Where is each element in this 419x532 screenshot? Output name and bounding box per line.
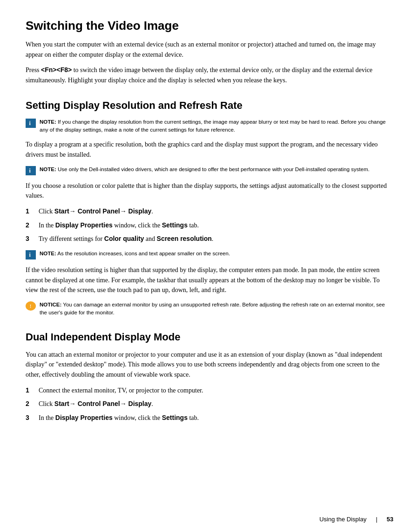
list-item: 3 In the Display Properties window, clic… xyxy=(26,413,393,423)
info-icon-2: i xyxy=(27,167,34,174)
heading-setting-display: Setting Display Resolution and Refresh R… xyxy=(26,100,393,112)
note-content-3: As the resolution increases, icons and t… xyxy=(57,251,230,256)
dual-step-num-1: 1 xyxy=(26,386,39,396)
page-content: Switching the Video Image When you start… xyxy=(26,19,393,423)
fn-f8-key: <Fn><F8> xyxy=(41,66,72,73)
step1-bold: Start→ Control Panel→ Display xyxy=(54,207,151,215)
footer-link[interactable]: Using the Display xyxy=(319,516,366,523)
dual-step-text-1: Connect the external monitor, TV, or pro… xyxy=(39,386,203,396)
note-label-2: NOTE: xyxy=(40,166,56,172)
svg-text:i: i xyxy=(29,167,31,174)
step2-bold1: Display Properties xyxy=(55,221,113,229)
svg-text:i: i xyxy=(29,120,31,126)
footer-divider: | xyxy=(376,516,377,523)
para-dual-1: You can attach an external monitor or pr… xyxy=(26,350,393,380)
notice-text-1: NOTICE: You can damage an external monit… xyxy=(40,301,393,317)
warning-icon: ! xyxy=(27,303,34,309)
heading-dual-display: Dual Independent Display Mode xyxy=(26,331,393,343)
step3-bold1: Color quality xyxy=(104,235,144,242)
note-text-2: NOTE: Use only the Dell-installed video … xyxy=(40,166,370,173)
note-label-1: NOTE: xyxy=(40,119,56,125)
step-text-1: Click Start→ Control Panel→ Display. xyxy=(39,206,153,217)
para-display-2: If you choose a resolution or color pale… xyxy=(26,181,393,201)
dual-step3-bold2: Settings xyxy=(162,414,188,421)
para-switching-1: When you start the computer with an exte… xyxy=(26,40,393,60)
para-display-3: If the video resolution setting is highe… xyxy=(26,265,393,295)
display-steps-list: 1 Click Start→ Control Panel→ Display. 2… xyxy=(26,206,393,244)
note-text-1: NOTE: If you change the display resoluti… xyxy=(40,118,393,134)
dual-step-num-2: 2 xyxy=(26,399,39,409)
step-text-3: Try different settings for Color quality… xyxy=(39,234,213,244)
list-item: 2 In the Display Properties window, clic… xyxy=(26,220,393,231)
dual-step-text-3: In the Display Properties window, click … xyxy=(39,413,199,423)
list-item: 1 Click Start→ Control Panel→ Display. xyxy=(26,206,393,217)
step-text-2: In the Display Properties window, click … xyxy=(39,220,199,231)
note-box-1: i NOTE: If you change the display resolu… xyxy=(26,118,393,134)
para-switching-2: Press <Fn><F8> to switch the video image… xyxy=(26,65,393,85)
step-num-2: 2 xyxy=(26,220,39,231)
svg-text:!: ! xyxy=(30,304,32,309)
notice-label-1: NOTICE: xyxy=(40,302,61,307)
step-num-1: 1 xyxy=(26,206,39,217)
list-item: 1 Connect the external monitor, TV, or p… xyxy=(26,386,393,396)
note-icon-3: i xyxy=(26,250,36,259)
dual-step-text-2: Click Start→ Control Panel→ Display. xyxy=(39,399,153,409)
notice-content-1: You can damage an external monitor by us… xyxy=(40,302,385,315)
footer-page-number: 53 xyxy=(387,516,393,523)
note-label-3: NOTE: xyxy=(40,251,56,256)
step3-bold2: Screen resolution xyxy=(157,235,212,242)
note-content-2: Use only the Dell-installed video driver… xyxy=(58,166,370,172)
note-box-2: i NOTE: Use only the Dell-installed vide… xyxy=(26,166,393,175)
dual-step-num-3: 3 xyxy=(26,413,39,423)
info-icon-3: i xyxy=(27,252,34,258)
info-icon: i xyxy=(27,120,34,126)
page-footer: Using the Display | 53 xyxy=(319,516,393,523)
note-icon-2: i xyxy=(26,166,36,175)
svg-text:i: i xyxy=(29,252,31,258)
note-icon-1: i xyxy=(26,119,36,128)
notice-box-1: ! NOTICE: You can damage an external mon… xyxy=(26,301,393,317)
note-box-3: i NOTE: As the resolution increases, ico… xyxy=(26,250,393,259)
dual-step3-bold1: Display Properties xyxy=(55,414,113,421)
notice-icon-1: ! xyxy=(26,301,36,311)
para-display-1: To display a program at a specific resol… xyxy=(26,140,393,160)
list-item: 2 Click Start→ Control Panel→ Display. xyxy=(26,399,393,409)
note-text-3: NOTE: As the resolution increases, icons… xyxy=(40,250,230,258)
step2-bold2: Settings xyxy=(162,221,188,229)
dual-steps-list: 1 Connect the external monitor, TV, or p… xyxy=(26,386,393,423)
step-num-3: 3 xyxy=(26,234,39,244)
list-item: 3 Try different settings for Color quali… xyxy=(26,234,393,244)
note-content-1: If you change the display resolution fro… xyxy=(40,119,385,133)
heading-switching-video: Switching the Video Image xyxy=(26,19,393,33)
dual-step2-bold: Start→ Control Panel→ Display xyxy=(54,400,151,407)
